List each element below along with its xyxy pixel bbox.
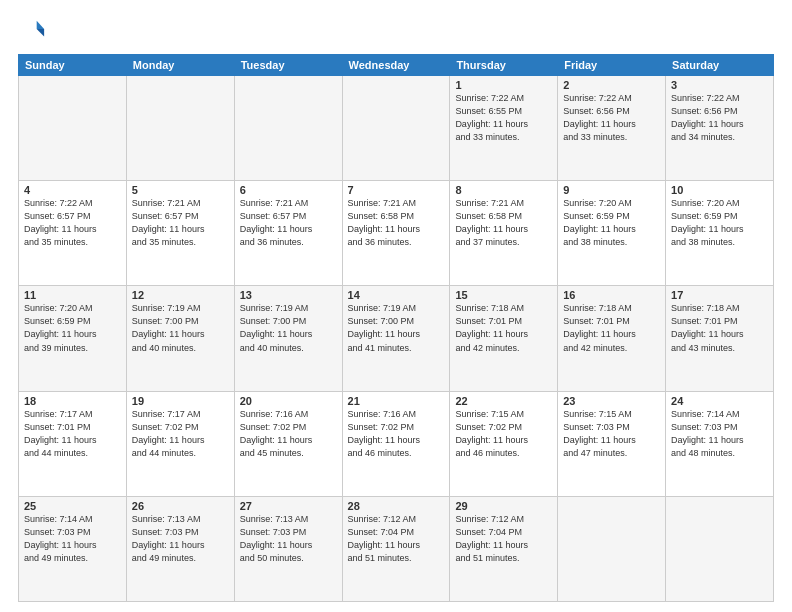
calendar-cell: 13Sunrise: 7:19 AMSunset: 7:00 PMDayligh… bbox=[234, 286, 342, 391]
weekday-header-wednesday: Wednesday bbox=[342, 55, 450, 76]
day-number: 16 bbox=[563, 289, 660, 301]
day-info: Sunrise: 7:17 AMSunset: 7:02 PMDaylight:… bbox=[132, 408, 229, 460]
day-number: 21 bbox=[348, 395, 445, 407]
weekday-header-monday: Monday bbox=[126, 55, 234, 76]
day-info: Sunrise: 7:18 AMSunset: 7:01 PMDaylight:… bbox=[671, 302, 768, 354]
calendar-cell: 22Sunrise: 7:15 AMSunset: 7:02 PMDayligh… bbox=[450, 391, 558, 496]
day-info: Sunrise: 7:12 AMSunset: 7:04 PMDaylight:… bbox=[348, 513, 445, 565]
week-row-2: 11Sunrise: 7:20 AMSunset: 6:59 PMDayligh… bbox=[19, 286, 774, 391]
logo bbox=[18, 16, 50, 44]
calendar-cell: 26Sunrise: 7:13 AMSunset: 7:03 PMDayligh… bbox=[126, 496, 234, 601]
week-row-4: 25Sunrise: 7:14 AMSunset: 7:03 PMDayligh… bbox=[19, 496, 774, 601]
day-info: Sunrise: 7:21 AMSunset: 6:58 PMDaylight:… bbox=[348, 197, 445, 249]
day-number: 23 bbox=[563, 395, 660, 407]
day-info: Sunrise: 7:16 AMSunset: 7:02 PMDaylight:… bbox=[348, 408, 445, 460]
header bbox=[18, 16, 774, 44]
day-info: Sunrise: 7:14 AMSunset: 7:03 PMDaylight:… bbox=[24, 513, 121, 565]
calendar-cell bbox=[126, 76, 234, 181]
day-info: Sunrise: 7:22 AMSunset: 6:57 PMDaylight:… bbox=[24, 197, 121, 249]
calendar-cell: 15Sunrise: 7:18 AMSunset: 7:01 PMDayligh… bbox=[450, 286, 558, 391]
day-info: Sunrise: 7:14 AMSunset: 7:03 PMDaylight:… bbox=[671, 408, 768, 460]
day-number: 2 bbox=[563, 79, 660, 91]
week-row-0: 1Sunrise: 7:22 AMSunset: 6:55 PMDaylight… bbox=[19, 76, 774, 181]
day-number: 1 bbox=[455, 79, 552, 91]
day-info: Sunrise: 7:22 AMSunset: 6:56 PMDaylight:… bbox=[671, 92, 768, 144]
day-number: 29 bbox=[455, 500, 552, 512]
day-number: 10 bbox=[671, 184, 768, 196]
day-number: 18 bbox=[24, 395, 121, 407]
calendar-cell: 3Sunrise: 7:22 AMSunset: 6:56 PMDaylight… bbox=[666, 76, 774, 181]
svg-marker-0 bbox=[37, 21, 44, 29]
calendar-cell bbox=[19, 76, 127, 181]
day-number: 15 bbox=[455, 289, 552, 301]
calendar-cell bbox=[666, 496, 774, 601]
week-row-3: 18Sunrise: 7:17 AMSunset: 7:01 PMDayligh… bbox=[19, 391, 774, 496]
calendar-cell: 10Sunrise: 7:20 AMSunset: 6:59 PMDayligh… bbox=[666, 181, 774, 286]
day-number: 12 bbox=[132, 289, 229, 301]
weekday-header-saturday: Saturday bbox=[666, 55, 774, 76]
day-number: 7 bbox=[348, 184, 445, 196]
svg-marker-1 bbox=[37, 29, 44, 36]
day-number: 19 bbox=[132, 395, 229, 407]
calendar-cell: 18Sunrise: 7:17 AMSunset: 7:01 PMDayligh… bbox=[19, 391, 127, 496]
calendar-cell: 25Sunrise: 7:14 AMSunset: 7:03 PMDayligh… bbox=[19, 496, 127, 601]
weekday-header-row: SundayMondayTuesdayWednesdayThursdayFrid… bbox=[19, 55, 774, 76]
calendar-cell: 28Sunrise: 7:12 AMSunset: 7:04 PMDayligh… bbox=[342, 496, 450, 601]
calendar-cell: 9Sunrise: 7:20 AMSunset: 6:59 PMDaylight… bbox=[558, 181, 666, 286]
calendar-cell bbox=[558, 496, 666, 601]
calendar-cell: 4Sunrise: 7:22 AMSunset: 6:57 PMDaylight… bbox=[19, 181, 127, 286]
calendar-cell: 5Sunrise: 7:21 AMSunset: 6:57 PMDaylight… bbox=[126, 181, 234, 286]
day-number: 26 bbox=[132, 500, 229, 512]
calendar-cell: 11Sunrise: 7:20 AMSunset: 6:59 PMDayligh… bbox=[19, 286, 127, 391]
day-number: 20 bbox=[240, 395, 337, 407]
logo-icon bbox=[18, 16, 46, 44]
day-info: Sunrise: 7:18 AMSunset: 7:01 PMDaylight:… bbox=[563, 302, 660, 354]
weekday-header-tuesday: Tuesday bbox=[234, 55, 342, 76]
day-info: Sunrise: 7:20 AMSunset: 6:59 PMDaylight:… bbox=[24, 302, 121, 354]
calendar-cell: 7Sunrise: 7:21 AMSunset: 6:58 PMDaylight… bbox=[342, 181, 450, 286]
calendar-cell: 12Sunrise: 7:19 AMSunset: 7:00 PMDayligh… bbox=[126, 286, 234, 391]
calendar-cell: 17Sunrise: 7:18 AMSunset: 7:01 PMDayligh… bbox=[666, 286, 774, 391]
day-number: 17 bbox=[671, 289, 768, 301]
calendar-cell: 20Sunrise: 7:16 AMSunset: 7:02 PMDayligh… bbox=[234, 391, 342, 496]
calendar-cell: 16Sunrise: 7:18 AMSunset: 7:01 PMDayligh… bbox=[558, 286, 666, 391]
day-info: Sunrise: 7:21 AMSunset: 6:57 PMDaylight:… bbox=[132, 197, 229, 249]
calendar-cell: 27Sunrise: 7:13 AMSunset: 7:03 PMDayligh… bbox=[234, 496, 342, 601]
day-number: 4 bbox=[24, 184, 121, 196]
calendar-cell: 6Sunrise: 7:21 AMSunset: 6:57 PMDaylight… bbox=[234, 181, 342, 286]
day-info: Sunrise: 7:13 AMSunset: 7:03 PMDaylight:… bbox=[240, 513, 337, 565]
day-info: Sunrise: 7:22 AMSunset: 6:55 PMDaylight:… bbox=[455, 92, 552, 144]
day-number: 11 bbox=[24, 289, 121, 301]
calendar-cell: 14Sunrise: 7:19 AMSunset: 7:00 PMDayligh… bbox=[342, 286, 450, 391]
day-info: Sunrise: 7:20 AMSunset: 6:59 PMDaylight:… bbox=[671, 197, 768, 249]
calendar-cell: 29Sunrise: 7:12 AMSunset: 7:04 PMDayligh… bbox=[450, 496, 558, 601]
day-number: 22 bbox=[455, 395, 552, 407]
day-number: 8 bbox=[455, 184, 552, 196]
day-info: Sunrise: 7:12 AMSunset: 7:04 PMDaylight:… bbox=[455, 513, 552, 565]
calendar-cell: 21Sunrise: 7:16 AMSunset: 7:02 PMDayligh… bbox=[342, 391, 450, 496]
day-info: Sunrise: 7:15 AMSunset: 7:02 PMDaylight:… bbox=[455, 408, 552, 460]
day-info: Sunrise: 7:19 AMSunset: 7:00 PMDaylight:… bbox=[240, 302, 337, 354]
weekday-header-thursday: Thursday bbox=[450, 55, 558, 76]
day-number: 14 bbox=[348, 289, 445, 301]
day-number: 9 bbox=[563, 184, 660, 196]
calendar-cell: 19Sunrise: 7:17 AMSunset: 7:02 PMDayligh… bbox=[126, 391, 234, 496]
calendar-cell: 23Sunrise: 7:15 AMSunset: 7:03 PMDayligh… bbox=[558, 391, 666, 496]
calendar-cell: 8Sunrise: 7:21 AMSunset: 6:58 PMDaylight… bbox=[450, 181, 558, 286]
day-number: 28 bbox=[348, 500, 445, 512]
calendar-cell bbox=[342, 76, 450, 181]
day-info: Sunrise: 7:20 AMSunset: 6:59 PMDaylight:… bbox=[563, 197, 660, 249]
day-info: Sunrise: 7:19 AMSunset: 7:00 PMDaylight:… bbox=[348, 302, 445, 354]
day-info: Sunrise: 7:19 AMSunset: 7:00 PMDaylight:… bbox=[132, 302, 229, 354]
day-number: 25 bbox=[24, 500, 121, 512]
calendar-cell bbox=[234, 76, 342, 181]
calendar-cell: 2Sunrise: 7:22 AMSunset: 6:56 PMDaylight… bbox=[558, 76, 666, 181]
calendar-cell: 1Sunrise: 7:22 AMSunset: 6:55 PMDaylight… bbox=[450, 76, 558, 181]
day-info: Sunrise: 7:13 AMSunset: 7:03 PMDaylight:… bbox=[132, 513, 229, 565]
day-number: 3 bbox=[671, 79, 768, 91]
day-info: Sunrise: 7:18 AMSunset: 7:01 PMDaylight:… bbox=[455, 302, 552, 354]
day-info: Sunrise: 7:22 AMSunset: 6:56 PMDaylight:… bbox=[563, 92, 660, 144]
day-number: 13 bbox=[240, 289, 337, 301]
day-info: Sunrise: 7:21 AMSunset: 6:57 PMDaylight:… bbox=[240, 197, 337, 249]
weekday-header-sunday: Sunday bbox=[19, 55, 127, 76]
